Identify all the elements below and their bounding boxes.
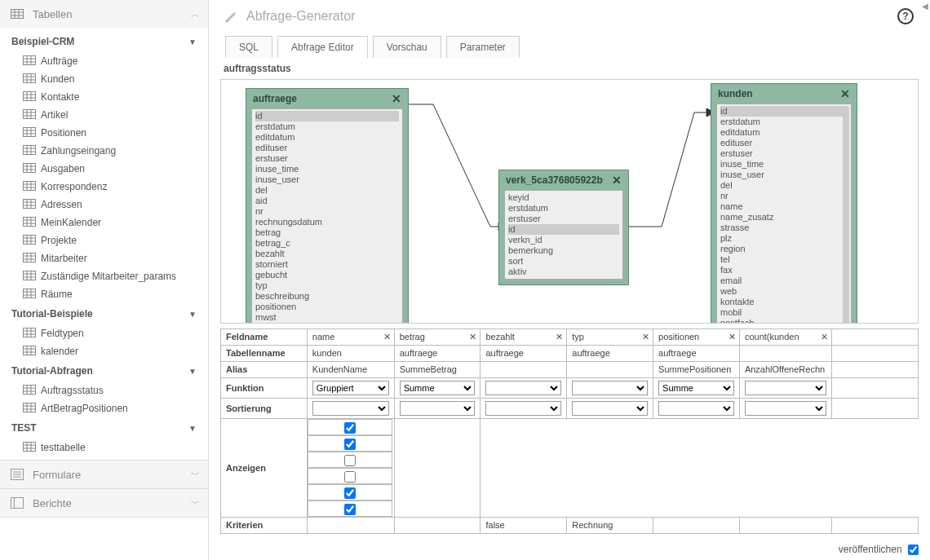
sortierung-select[interactable] <box>572 401 648 416</box>
field-item[interactable]: typ <box>255 280 399 291</box>
field-item[interactable]: beschreibung <box>255 291 399 302</box>
tree-item[interactable]: Adressen <box>0 196 208 214</box>
field-item[interactable]: betrag_c <box>255 238 399 249</box>
tree-item[interactable]: Kontakte <box>0 88 208 106</box>
field-item[interactable]: plz <box>720 233 848 244</box>
entity-field-list[interactable]: keyiderstdatumerstuseridverkn_idbemerkun… <box>504 190 623 280</box>
field-item[interactable]: positionen <box>255 302 399 312</box>
diagram-canvas[interactable]: auftraege ✕ iderstdatumeditdatumedituser… <box>220 79 919 324</box>
kriterien-cell[interactable]: false <box>480 517 567 533</box>
entity-field-list[interactable]: iderstdatumeditdatumeditusererstuserinus… <box>251 108 403 324</box>
feldname-cell[interactable]: positionen✕ <box>653 329 740 345</box>
field-item[interactable]: erstuser <box>508 214 619 224</box>
field-item[interactable]: erstdatum <box>720 117 848 127</box>
alias-cell[interactable] <box>480 361 567 377</box>
field-item[interactable]: storniert <box>255 259 399 270</box>
tabellenname-cell[interactable]: kunden <box>307 345 394 361</box>
field-item[interactable]: gebucht <box>255 270 399 280</box>
field-item[interactable]: inuse_user <box>255 174 399 185</box>
feldname-cell[interactable]: betrag✕ <box>394 329 480 345</box>
tree-item[interactable]: Auftragsstatus <box>0 381 208 399</box>
feldname-cell[interactable]: name✕ <box>307 329 394 345</box>
field-item[interactable]: nr <box>255 206 399 217</box>
anzeigen-checkbox[interactable] <box>344 439 356 450</box>
sortierung-select[interactable] <box>658 401 734 416</box>
tree-item[interactable]: Korrespondenz <box>0 178 208 196</box>
remove-column-icon[interactable]: ✕ <box>383 332 391 342</box>
sortierung-select[interactable] <box>745 401 826 416</box>
close-icon[interactable]: ✕ <box>612 174 622 187</box>
field-item[interactable]: betrag <box>255 227 399 238</box>
tree-item[interactable]: Mitarbeiter <box>0 249 208 267</box>
field-item[interactable]: erstuser <box>720 148 848 159</box>
publish-checkbox[interactable] <box>908 545 919 555</box>
feldname-cell[interactable]: typ✕ <box>567 329 653 345</box>
field-item[interactable]: erstdatum <box>508 203 619 214</box>
field-item[interactable]: tel <box>720 254 848 265</box>
tabellenname-cell[interactable]: auftraege <box>653 345 740 361</box>
funktion-select[interactable]: GruppiertSummeAnzahlMinMax <box>400 381 476 395</box>
field-item[interactable]: nr <box>720 191 848 201</box>
field-item[interactable]: id <box>508 224 619 235</box>
remove-column-icon[interactable]: ✕ <box>821 332 828 342</box>
remove-column-icon[interactable]: ✕ <box>556 332 563 342</box>
field-item[interactable]: versandart <box>255 323 399 324</box>
alias-cell[interactable] <box>567 361 653 377</box>
collapse-arrow-icon[interactable]: ◀ <box>922 2 928 11</box>
field-item[interactable]: name_zusatz <box>720 212 848 223</box>
field-item[interactable]: id <box>720 106 848 117</box>
remove-column-icon[interactable]: ✕ <box>469 332 476 342</box>
field-item[interactable]: web <box>720 286 848 297</box>
funktion-select[interactable]: GruppiertSummeAnzahlMinMax <box>745 381 826 395</box>
kriterien-cell[interactable] <box>653 517 740 533</box>
field-item[interactable]: kontakte <box>720 297 848 307</box>
field-item[interactable]: edituser <box>720 138 848 148</box>
tree-item[interactable]: Artikel <box>0 106 208 124</box>
anzeigen-checkbox[interactable] <box>344 455 356 466</box>
tabellenname-cell[interactable]: auftraege <box>394 345 480 361</box>
tab-sql[interactable]: SQL <box>225 36 272 58</box>
field-item[interactable]: region <box>720 244 848 254</box>
scrollbar[interactable] <box>843 106 849 324</box>
feldname-cell[interactable]: count(kunden✕ <box>739 329 831 345</box>
funktion-select[interactable]: GruppiertSummeAnzahlMinMax <box>572 381 648 395</box>
field-item[interactable]: editdatum <box>255 132 399 143</box>
field-item[interactable]: sort <box>508 256 619 267</box>
field-item[interactable]: mwst <box>255 312 399 323</box>
kriterien-cell[interactable] <box>307 517 394 533</box>
tree-item[interactable]: Zuständige Mitarbeiter_params <box>0 267 208 285</box>
feldname-cell[interactable]: bezahlt✕ <box>480 329 567 345</box>
tree-item[interactable]: Projekte <box>0 231 208 249</box>
close-icon[interactable]: ✕ <box>392 92 401 105</box>
alias-cell[interactable]: SummePositionen <box>653 361 740 377</box>
field-item[interactable]: mobil <box>720 307 848 318</box>
field-item[interactable]: name <box>720 201 848 212</box>
sortierung-select[interactable] <box>312 401 389 416</box>
kriterien-cell[interactable] <box>739 517 831 533</box>
field-item[interactable]: edituser <box>255 143 399 153</box>
alias-cell[interactable]: AnzahlOffeneRechn <box>739 361 831 377</box>
kriterien-cell[interactable]: Rechnung <box>567 517 653 533</box>
funktion-select[interactable]: GruppiertSummeAnzahlMinMax <box>658 381 734 395</box>
field-item[interactable]: inuse_user <box>720 170 848 180</box>
remove-column-icon[interactable]: ✕ <box>728 332 736 342</box>
anzeigen-checkbox[interactable] <box>344 487 356 499</box>
field-item[interactable]: email <box>720 276 848 286</box>
tabellenname-cell[interactable]: auftraege <box>567 345 653 361</box>
sortierung-select[interactable] <box>485 401 561 416</box>
kriterien-cell[interactable] <box>394 517 480 533</box>
remove-column-icon[interactable]: ✕ <box>642 332 649 342</box>
funktion-select[interactable]: GruppiertSummeAnzahlMinMax <box>485 381 561 395</box>
entity-auftraege[interactable]: auftraege ✕ iderstdatumeditdatumedituser… <box>246 88 409 324</box>
entity-kunden[interactable]: kunden ✕ iderstdatumeditdatumedituserers… <box>711 83 857 324</box>
field-item[interactable]: aid <box>255 196 399 206</box>
tab-vorschau[interactable]: Vorschau <box>373 36 441 58</box>
tree-item[interactable]: Räume <box>0 285 208 303</box>
tabellenname-cell[interactable] <box>739 345 831 361</box>
entity-verk[interactable]: verk_5ca376805922b ✕ keyiderstdatumerstu… <box>498 170 629 285</box>
alias-cell[interactable]: SummeBetrag <box>394 361 480 377</box>
tree-group[interactable]: Tutorial-Beispiele▼ <box>0 303 208 324</box>
field-item[interactable]: rechnungsdatum <box>255 217 399 227</box>
field-item[interactable]: keyid <box>508 192 619 203</box>
tab-abfrage-editor[interactable]: Abfrage Editor <box>277 36 368 58</box>
